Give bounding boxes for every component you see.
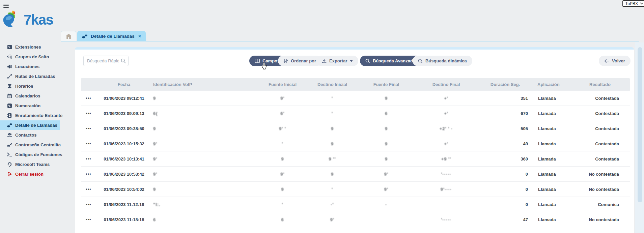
cell-aplicacion: Llamada — [531, 126, 570, 131]
sidebar-item-locuciones[interactable]: Locuciones — [0, 62, 60, 71]
busqueda-avanzada-button[interactable]: Búsqueda Avanzada — [360, 56, 421, 66]
comment-dots-icon — [7, 123, 12, 128]
column-header[interactable]: Aplicación — [531, 82, 570, 87]
sidebar: ExtensionesGrupos de SaltoLocucionesRuta… — [0, 42, 60, 179]
sidebar-item-numeraci-n[interactable]: Numeración — [0, 101, 60, 111]
sidebar-item-label: Calendarios — [15, 93, 40, 98]
cell-duracion: 670 — [479, 111, 531, 116]
cell-resultado: Comunica — [570, 202, 630, 207]
table-row[interactable]: •••01/06/2023 10:53:429'9'99''·····0Llam… — [81, 166, 630, 181]
sidebar-item-contactos[interactable]: Contactos — [0, 130, 60, 140]
column-header[interactable]: Resultado — [570, 82, 630, 87]
column-header[interactable]: Fuente Inicial — [260, 82, 305, 87]
sidebar-item-contrase-a-centralita[interactable]: Contraseña Centralita — [0, 140, 60, 150]
cell-fecha: 01/06/2023 09:09:13 — [96, 111, 152, 116]
row-actions-button[interactable]: ••• — [81, 172, 96, 176]
cell-duracion: 351 — [479, 96, 531, 101]
phone-square-icon — [7, 45, 12, 50]
cell-destino-inicial: 9 — [305, 126, 359, 131]
caret-down-icon — [350, 60, 353, 62]
row-actions-button[interactable]: ••• — [81, 156, 96, 161]
brand-logo: 7kas — [2, 9, 53, 30]
cell-destino-inicial: 9 — [305, 172, 359, 177]
sidebar-item-microsoft-teams[interactable]: Microsoft Teams — [0, 159, 60, 169]
cell-fecha: 01/06/2023 11:18:18 — [96, 217, 152, 222]
cell-duracion: 0 — [479, 187, 531, 192]
terminal-icon — [7, 152, 12, 157]
vendor-badge[interactable]: TuPBX — [622, 0, 644, 7]
column-header[interactable]: Duración Seg. — [479, 82, 531, 87]
sidebar-item-horarios[interactable]: Horarios — [0, 81, 60, 91]
sidebar-item-extensiones[interactable]: Extensiones — [0, 42, 60, 52]
row-actions-button[interactable]: ••• — [81, 96, 96, 100]
row-actions-button[interactable]: ••• — [81, 111, 96, 116]
table-row[interactable]: •••01/06/2023 10:13:419'99 ''9+9 ''360Ll… — [81, 151, 630, 166]
table-row[interactable]: •••01/06/2023 09:38:5099' '99+2' ' ·505L… — [81, 121, 630, 136]
scrollbar-track[interactable] — [635, 42, 644, 233]
cell-duracion: 0 — [479, 202, 531, 207]
cell-duracion: 360 — [479, 156, 531, 162]
table-row[interactable]: •••01/06/2023 11:12:18"I:.'·'·0LlamadaCo… — [81, 197, 630, 212]
cell-fuente-final: 9 — [359, 156, 413, 162]
cell-destino-final: '····· — [413, 172, 479, 177]
table-row[interactable]: •••01/06/2023 11:24:109''9'34LlamadaCont… — [81, 227, 630, 233]
cell-fuente-final: 9 — [359, 126, 413, 131]
cell-fuente-final: 6 — [359, 111, 413, 116]
row-actions-button[interactable]: ••• — [81, 202, 96, 207]
calls-table: FechaIdentificación VoIPFuente InicialDe… — [81, 78, 630, 233]
cell-destino-inicial: 9' — [305, 217, 359, 222]
table-row[interactable]: •••01/06/2023 09:09:136(6''6+'670Llamada… — [81, 106, 630, 121]
sidebar-item-label: Detalle de Llamadas — [15, 123, 57, 128]
cell-duracion: 49 — [479, 141, 531, 146]
sidebar-item-cerrar-sesi-n[interactable]: Cerrar sesión — [0, 169, 60, 179]
exportar-button[interactable]: Exportar — [316, 56, 358, 66]
busqueda-dinamica-label: Búsqueda dinámica — [425, 58, 467, 63]
phone-square-icon — [7, 103, 12, 108]
sidebar-item-detalle-de-llamadas[interactable]: Detalle de Llamadas — [0, 120, 60, 130]
sidebar-item-grupos-de-salto[interactable]: Grupos de Salto — [0, 52, 60, 62]
cell-resultado: No contestada — [570, 172, 630, 177]
table-row[interactable]: •••01/06/2023 11:18:18669''·····47Llamad… — [81, 212, 630, 227]
row-actions-button[interactable]: ••• — [81, 126, 96, 131]
column-header[interactable]: Fecha — [96, 82, 152, 87]
column-header[interactable]: Destino Inicial — [305, 82, 359, 87]
column-header[interactable]: Identificación VoIP — [152, 82, 260, 87]
cell-ident: 9 — [152, 187, 260, 192]
bird-logo-icon — [2, 9, 23, 30]
sidebar-item-calendarios[interactable]: Calendarios — [0, 91, 60, 101]
hamburger-menu-icon[interactable] — [3, 4, 9, 8]
sidebar-item-c-digos-de-funciones[interactable]: Códigos de Funciones — [0, 150, 60, 159]
tab-close-icon[interactable]: × — [138, 33, 141, 39]
cell-fuente-final: 9 — [359, 96, 413, 101]
cell-fuente-inicial: 9' ' — [260, 126, 305, 131]
scrollbar-thumb[interactable] — [638, 47, 642, 202]
sidebar-item-rutas-de-llamadas[interactable]: Rutas de Llamadas — [0, 71, 60, 81]
sidebar-item-enrutamiento-entrante[interactable]: Enrutamiento Entrante — [0, 111, 60, 120]
tab-detalle-de-llamadas[interactable]: Detalle de Llamadas × — [77, 31, 146, 41]
sidebar-item-label: Grupos de Salto — [15, 54, 49, 59]
sidebar-item-label: Cerrar sesión — [15, 172, 44, 177]
cell-aplicacion: Llamada — [531, 111, 570, 116]
quick-search — [83, 56, 129, 66]
cell-fuente-final: · — [359, 202, 413, 207]
busqueda-dinamica-button[interactable]: Búsqueda dinámica — [413, 56, 472, 66]
cell-resultado: Contestada — [570, 141, 630, 146]
row-actions-button[interactable]: ••• — [81, 141, 96, 146]
column-header[interactable]: Fuente Final — [359, 82, 413, 87]
volver-button[interactable]: Volver — [599, 56, 631, 66]
cell-ident: 9' — [152, 141, 260, 146]
ordenar-por-button[interactable]: Ordenar por — [278, 56, 321, 66]
cell-aplicacion: Llamada — [531, 187, 570, 192]
table-row[interactable]: •••01/06/2023 10:15:329''99+'49LlamadaCo… — [81, 136, 630, 151]
users-icon — [7, 133, 12, 138]
column-header[interactable]: Destino Final — [413, 82, 479, 87]
chevron-down-icon — [640, 2, 643, 5]
table-row[interactable]: •••01/06/2023 09:12:4199''9+'351LlamadaC… — [81, 90, 630, 106]
row-actions-button[interactable]: ••• — [81, 187, 96, 192]
home-tab[interactable] — [61, 31, 76, 41]
search-icon — [121, 58, 126, 63]
table-row[interactable]: •••01/06/2023 10:54:0299'9'9'····0Llamad… — [81, 181, 630, 197]
cell-fuente-final: 9 — [359, 141, 413, 146]
sidebar-item-label: Enrutamiento Entrante — [15, 113, 62, 118]
row-actions-button[interactable]: ••• — [81, 217, 96, 222]
